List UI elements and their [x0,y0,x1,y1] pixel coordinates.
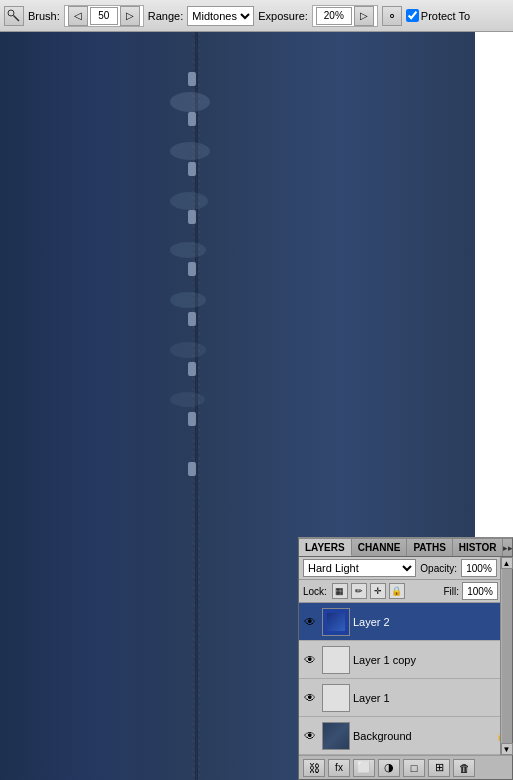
brush-size-left-btn[interactable]: ◁ [68,6,88,26]
link-layers-button[interactable]: ⛓ [303,759,325,777]
stitch [188,312,196,326]
panel-bottom-bar: ⛓ fx ⬜ ◑ □ ⊞ 🗑 [299,755,512,779]
delete-layer-button[interactable]: 🗑 [453,759,475,777]
scroll-down-button[interactable]: ▼ [501,743,513,755]
stitch [188,162,196,176]
exposure-input[interactable] [316,7,352,25]
panel-scrollbar: ▲ ▼ [500,557,512,755]
layer-group-button[interactable]: □ [403,759,425,777]
layer-thumbnail [322,722,350,750]
exposure-right-btn[interactable]: ▷ [354,6,374,26]
stitch [188,210,196,224]
layer-item[interactable]: 👁 Layer 2 ⊛ [299,603,512,641]
brush-label: Brush: [28,10,60,22]
lock-paint-icon[interactable]: ✏ [351,583,367,599]
tab-channels[interactable]: CHANNE [352,539,408,556]
layer-thumbnail [322,684,350,712]
range-select[interactable]: Midtones [187,6,254,26]
range-label: Range: [148,10,183,22]
layers-list: 👁 Layer 2 ⊛ 👁 Layer 1 copy 👁 Layer 1 [299,603,512,755]
toolbar: Brush: ◁ ▷ Range: Midtones Exposure: ▷ ⚬… [0,0,513,32]
stitch [188,112,196,126]
layer-thumbnail [322,646,350,674]
exposure-group: ▷ [312,5,378,27]
panel-tab-bar: LAYERS CHANNE PATHS HISTOR ▸▸ ▼ [299,539,512,557]
layer-visibility-toggle[interactable]: 👁 [301,689,319,707]
brush-size-group: ◁ ▷ [64,5,144,27]
fill-label: Fill: [443,586,459,597]
scrollbar-track [502,569,512,743]
opacity-label: Opacity: [420,563,457,574]
blend-mode-select[interactable]: Hard Light [303,559,416,577]
canvas-area: LAYERS CHANNE PATHS HISTOR ▸▸ ▼ Hard Lig… [0,32,513,780]
layer-name: Layer 2 [353,616,497,628]
airbrush-button[interactable]: ⚬ [382,6,402,26]
brush-size-input[interactable] [90,7,118,25]
fill-input[interactable] [462,582,498,600]
protect-checkbox[interactable] [406,9,419,22]
stitch [188,412,196,426]
layer-thumbnail [322,608,350,636]
brush-tool-button[interactable] [4,6,24,26]
stitch [188,262,196,276]
panel-tab-icons: ▸▸ ▼ [503,543,513,553]
adjustment-layer-button[interactable]: ◑ [378,759,400,777]
layer-name: Layer 1 copy [353,654,510,666]
lock-label: Lock: [303,586,327,597]
brush-size-right-btn[interactable]: ▷ [120,6,140,26]
opacity-input[interactable] [461,559,497,577]
tab-history[interactable]: HISTOR [453,539,504,556]
layer-name: Layer 1 [353,692,510,704]
svg-line-1 [14,15,20,21]
layer-visibility-toggle[interactable]: 👁 [301,613,319,631]
lock-move-icon[interactable]: ✛ [370,583,386,599]
lock-transparency-icon[interactable]: ▦ [332,583,348,599]
layer-item[interactable]: 👁 Background 🔒 [299,717,512,755]
scroll-up-button[interactable]: ▲ [501,557,513,569]
layers-panel: LAYERS CHANNE PATHS HISTOR ▸▸ ▼ Hard Lig… [298,537,513,780]
tab-layers[interactable]: LAYERS [299,539,352,556]
collapse-icon[interactable]: ▸▸ [503,543,513,553]
layer-item[interactable]: 👁 Layer 1 [299,679,512,717]
svg-point-0 [8,10,14,16]
stitch [188,362,196,376]
lock-all-icon[interactable]: 🔒 [389,583,405,599]
stitch [188,72,196,86]
tab-paths[interactable]: PATHS [407,539,452,556]
exposure-label: Exposure: [258,10,308,22]
lock-row: Lock: ▦ ✏ ✛ 🔒 Fill: ▶ [299,580,512,603]
layer-visibility-toggle[interactable]: 👁 [301,727,319,745]
protect-tones-label: Protect To [406,9,470,22]
new-layer-button[interactable]: ⊞ [428,759,450,777]
add-mask-button[interactable]: ⬜ [353,759,375,777]
blend-mode-row: Hard Light Opacity: ▶ [299,557,512,580]
stitch [188,462,196,476]
layer-visibility-toggle[interactable]: 👁 [301,651,319,669]
layer-item[interactable]: 👁 Layer 1 copy [299,641,512,679]
layer-name: Background [353,730,493,742]
layer-styles-button[interactable]: fx [328,759,350,777]
